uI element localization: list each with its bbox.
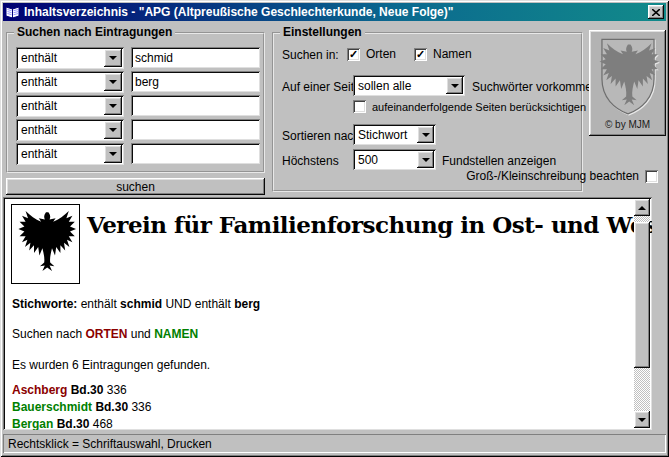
max-suffix: Fundstellen anzeigen (442, 154, 556, 168)
search-term-input-3[interactable] (131, 95, 260, 116)
sort-dropdown[interactable]: Stichwort (353, 124, 436, 145)
keywords-op1: enthält (81, 297, 117, 311)
sort-value: Stichwort (358, 128, 407, 142)
operator-dropdown-4[interactable]: enthält (16, 119, 124, 141)
title-bar: Inhaltsverzeichnis - "APG (Altpreußische… (3, 3, 666, 21)
search-group-title: Suchen nach Eintragungen (14, 25, 175, 39)
per-page-dropdown[interactable]: sollen alle (353, 75, 465, 96)
operator-dropdown-5[interactable]: enthält (16, 143, 124, 165)
consecutive-label: aufeinanderfolgende Seiten berücksichtig… (372, 101, 586, 113)
status-text: Rechtsklick = Schriftauswahl, Drucken (8, 437, 212, 451)
entry-page: 468 (93, 417, 113, 430)
operator-value: enthält (21, 123, 57, 137)
page-title: Verein für Familienforschung in Ost- und… (87, 211, 626, 238)
max-value: 500 (358, 153, 378, 167)
operator-dropdown-3[interactable]: enthält (16, 95, 124, 117)
orten-checkbox[interactable]: ✓ (347, 48, 360, 61)
search-term-input-5[interactable] (131, 143, 260, 164)
count-line: Es wurden 6 Eintragungen gefunden. (12, 358, 210, 372)
entry-keyword[interactable]: Aschberg (12, 383, 67, 397)
search-group: Suchen nach Eintragungen enthält enthält… (6, 32, 265, 173)
search-term-input-4[interactable] (131, 119, 260, 140)
check-icon: ✓ (416, 48, 425, 60)
namen-label: Namen (433, 47, 472, 61)
case-label: Groß-/Kleinschreibung beachten (466, 169, 639, 183)
app-window: Inhaltsverzeichnis - "APG (Altpreußische… (0, 0, 669, 457)
results-view[interactable]: Verein für Familienforschung in Ost- und… (3, 197, 652, 430)
consecutive-checkbox-row[interactable]: aufeinanderfolgende Seiten berücksichtig… (353, 100, 586, 113)
crest-panel: © by MJM (589, 30, 666, 136)
entry-keyword[interactable]: Bauerschmidt (12, 400, 92, 414)
search-button[interactable]: suchen (6, 178, 265, 195)
dropdown-button[interactable] (104, 73, 122, 91)
search-row: enthält (16, 47, 260, 69)
case-checkbox[interactable] (645, 170, 658, 183)
dropdown-button[interactable] (446, 77, 463, 94)
namen-checkbox[interactable]: ✓ (414, 48, 427, 61)
entry-page: 336 (107, 383, 127, 397)
scope-namen: NAMEN (154, 327, 198, 341)
scroll-up-button[interactable] (634, 199, 650, 216)
chevron-down-icon (109, 128, 117, 132)
chevron-down-icon (422, 158, 430, 162)
case-checkbox-row[interactable]: Groß-/Kleinschreibung beachten (466, 169, 658, 183)
orten-label: Orten (366, 47, 396, 61)
status-bar: Rechtsklick = Schriftauswahl, Drucken (3, 434, 666, 453)
dropdown-button[interactable] (104, 97, 122, 115)
eagle-header-image (11, 204, 80, 284)
keywords-label: Stichworte: (12, 297, 77, 311)
scroll-down-button[interactable] (634, 411, 650, 428)
close-button[interactable] (648, 5, 664, 19)
keywords-term1: schmid (120, 297, 162, 311)
entry-keyword[interactable]: Bergan (12, 417, 53, 430)
result-entry[interactable]: Bauerschmidt Bd.30 336 (12, 400, 151, 414)
settings-group-title: Einstellungen (280, 25, 365, 39)
per-page-suffix: Suchwörter vorkommen (472, 80, 599, 94)
orten-checkbox-row[interactable]: ✓ Orten (347, 47, 396, 61)
max-dropdown[interactable]: 500 (353, 149, 436, 170)
operator-dropdown-1[interactable]: enthält (16, 47, 124, 69)
dropdown-button[interactable] (417, 151, 434, 168)
operator-value: enthält (21, 51, 57, 65)
entry-volume: Bd.30 (71, 383, 104, 397)
settings-group: Einstellungen Suchen in: ✓ Orten ✓ Namen… (272, 32, 583, 192)
search-row: enthält (16, 119, 260, 141)
search-term-input-1[interactable] (131, 47, 260, 68)
per-page-value: sollen alle (358, 79, 411, 93)
search-row: enthält (16, 71, 260, 93)
search-term-input-2[interactable] (131, 71, 260, 92)
window-title: Inhaltsverzeichnis - "APG (Altpreußische… (24, 5, 453, 19)
keywords-line: Stichworte: enthält schmid UND enthält b… (12, 297, 260, 311)
chevron-down-icon (109, 152, 117, 156)
vertical-scrollbar[interactable] (634, 199, 650, 428)
eagle-crest-image (597, 34, 659, 118)
close-icon (652, 9, 660, 16)
book-icon (5, 5, 21, 19)
scrollbar-thumb[interactable] (634, 222, 650, 368)
operator-value: enthält (21, 99, 57, 113)
crest-credit: © by MJM (589, 119, 666, 130)
keywords-mid: UND enthält (165, 297, 230, 311)
chevron-down-icon (109, 56, 117, 60)
chevron-down-icon (109, 80, 117, 84)
dropdown-button[interactable] (417, 126, 434, 143)
scope-line: Suchen nach ORTEN und NAMEN (12, 327, 198, 341)
keywords-term2: berg (234, 297, 260, 311)
entry-volume: Bd.30 (57, 417, 90, 430)
chevron-down-icon (451, 84, 459, 88)
dropdown-button[interactable] (104, 145, 122, 163)
result-entry[interactable]: Bergan Bd.30 468 (12, 417, 113, 430)
consecutive-checkbox[interactable] (353, 100, 366, 113)
namen-checkbox-row[interactable]: ✓ Namen (414, 47, 472, 61)
operator-value: enthält (21, 75, 57, 89)
entry-volume: Bd.30 (95, 400, 128, 414)
search-row: enthält (16, 95, 260, 117)
sort-label: Sortieren nach (282, 129, 360, 143)
dropdown-button[interactable] (104, 49, 122, 67)
result-entry[interactable]: Aschberg Bd.30 336 (12, 383, 127, 397)
search-row: enthält (16, 143, 260, 165)
arrow-up-icon (638, 206, 646, 210)
dropdown-button[interactable] (104, 121, 122, 139)
operator-dropdown-2[interactable]: enthält (16, 71, 124, 93)
arrow-down-icon (638, 418, 646, 422)
